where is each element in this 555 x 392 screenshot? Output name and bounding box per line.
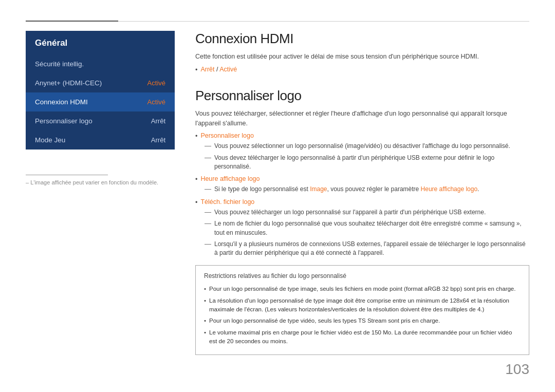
restriction-text-2: La résolution d'un logo personnalisé de … [209,296,521,313]
sub-bullet-tf-2: ― Le nom de fichier du logo personnalisé… [195,219,529,237]
restriction-title: Restrictions relatives au fichier du log… [204,272,521,281]
sidebar-item-anynet[interactable]: Anynet+ (HDMI-CEC) Activé [26,73,175,92]
sidebar-item-value-mode-jeu: Arrêt [151,136,165,144]
bullet-item-telech-fichier: • Téléch. fichier logo [195,198,529,206]
bullet-group-telech-fichier: • Téléch. fichier logo ― Vous pouvez tél… [195,198,529,258]
restriction-box: Restrictions relatives au fichier du log… [195,265,529,355]
restriction-text-1: Pour un logo personnalisé de type image,… [209,285,515,293]
section-personnaliser-logo: Personnaliser logo Vous pouvez télécharg… [195,88,529,355]
section1-active-link[interactable]: Activé [219,66,237,73]
restriction-text-4: Le volume maximal pris en charge pour le… [209,328,521,345]
sidebar-item-mode-jeu[interactable]: Mode Jeu Arrêt [26,130,175,150]
section1-separator: / [214,66,219,73]
bullet-label-telech-fichier[interactable]: Téléch. fichier logo [200,198,254,206]
section1-bullet-text: Arrêt / Activé [200,66,237,73]
sidebar-item-securite[interactable]: Sécurité intellig. [26,54,175,73]
top-decorative-bar [26,21,529,22]
sub-bullet-text-ha-1: Si le type de logo personnalisé est Imag… [214,185,479,194]
image-link: Image [310,185,327,193]
bullet-dot-pl: • [195,133,197,140]
sidebar-item-label-connexion-hdmi: Connexion HDMI [35,98,88,106]
sub-bullet-text-tf-2: Le nom de fichier du logo personnalisé q… [214,219,529,237]
page-number: 103 [505,361,529,378]
bullet-label-heure-affichage[interactable]: Heure affichage logo [200,175,260,182]
dash-pl-2: ― [205,154,211,161]
bullet-group-personnaliser-logo: • Personnaliser logo ― Vous pouvez sélec… [195,132,529,171]
footnote-divider [26,175,108,175]
bullet-label-personnaliser-logo[interactable]: Personnaliser logo [200,132,254,139]
section1-arret-link[interactable]: Arrêt [200,66,214,73]
sub-bullet-text-pl-1: Vous pouvez sélectionner un logo personn… [214,142,510,151]
restriction-bullet-2: • La résolution d'un logo personnalisé d… [204,296,521,313]
sub-bullet-text-tf-3: Lorsqu'il y a plusieurs numéros de conne… [214,240,529,258]
bullet-dot-ha: • [195,176,197,183]
heure-affichage-link: Heure affichage logo [421,185,478,193]
bullet-dot-1: • [195,66,197,73]
section1-description: Cette fonction est utilisée pour activer… [195,52,529,62]
restriction-bullet-4: • Le volume maximal pris en charge pour … [204,328,521,345]
section1-title: Connexion HDMI [195,31,529,47]
bullet-dot-tf: • [195,199,197,206]
footnote-text: – L'image affichée peut varier en foncti… [26,179,175,185]
section2-description: Vous pouvez télécharger, sélectionner et… [195,109,529,128]
dash-ha-1: ― [205,185,211,192]
restriction-bullet-1: • Pour un logo personnalisé de type imag… [204,285,521,293]
sub-bullet-text-pl-2: Vous devez télécharger le logo personnal… [214,154,529,172]
sub-bullet-text-tf-1: Vous pouvez télécharger un logo personna… [214,208,486,217]
sidebar-item-label-anynet: Anynet+ (HDMI-CEC) [35,79,102,87]
sidebar-item-value-personnaliser-logo: Arrêt [151,117,165,125]
sidebar: Général Sécurité intellig. Anynet+ (HDMI… [26,31,175,150]
sidebar-header: Général [26,31,175,54]
dash-tf-1: ― [205,209,211,215]
sub-bullet-pl-2: ― Vous devez télécharger le logo personn… [195,154,529,172]
sub-bullet-ha-1: ― Si le type de logo personnalisé est Im… [195,185,529,194]
sidebar-item-label-personnaliser-logo: Personnaliser logo [35,117,92,125]
bullet-item-personnaliser-logo: • Personnaliser logo [195,132,529,140]
restriction-text-3: Pour un logo personnalisé de type vidéo,… [209,316,440,325]
dash-tf-2: ― [205,220,211,227]
restriction-bullet-3: • Pour un logo personnalisé de type vidé… [204,316,521,325]
sidebar-item-value-anynet: Activé [147,79,165,87]
restriction-dot-1: • [204,285,206,293]
sub-bullet-pl-1: ― Vous pouvez sélectionner un logo perso… [195,142,529,151]
bullet-group-heure-affichage: • Heure affichage logo ― Si le type de l… [195,175,529,194]
restriction-dot-2: • [204,296,206,305]
sidebar-item-personnaliser-logo[interactable]: Personnaliser logo Arrêt [26,111,175,130]
restriction-dot-3: • [204,316,206,325]
sub-bullet-tf-3: ― Lorsqu'il y a plusieurs numéros de con… [195,240,529,258]
sidebar-item-label-mode-jeu: Mode Jeu [35,136,65,144]
main-content: Connexion HDMI Cette fonction est utilis… [195,31,529,355]
section1-bullet: • Arrêt / Activé [195,66,529,73]
dash-pl-1: ― [205,142,211,149]
sub-bullet-tf-1: ― Vous pouvez télécharger un logo person… [195,208,529,217]
sidebar-item-value-connexion-hdmi: Activé [147,98,165,106]
section2-title: Personnaliser logo [195,88,529,104]
bullet-item-heure-affichage: • Heure affichage logo [195,175,529,183]
dash-tf-3: ― [205,240,211,247]
footnote: – L'image affichée peut varier en foncti… [26,175,175,185]
sidebar-item-label-securite: Sécurité intellig. [35,60,84,68]
sidebar-item-connexion-hdmi[interactable]: Connexion HDMI Activé [26,92,175,111]
section-connexion-hdmi: Connexion HDMI Cette fonction est utilis… [195,31,529,73]
restriction-dot-4: • [204,328,206,337]
